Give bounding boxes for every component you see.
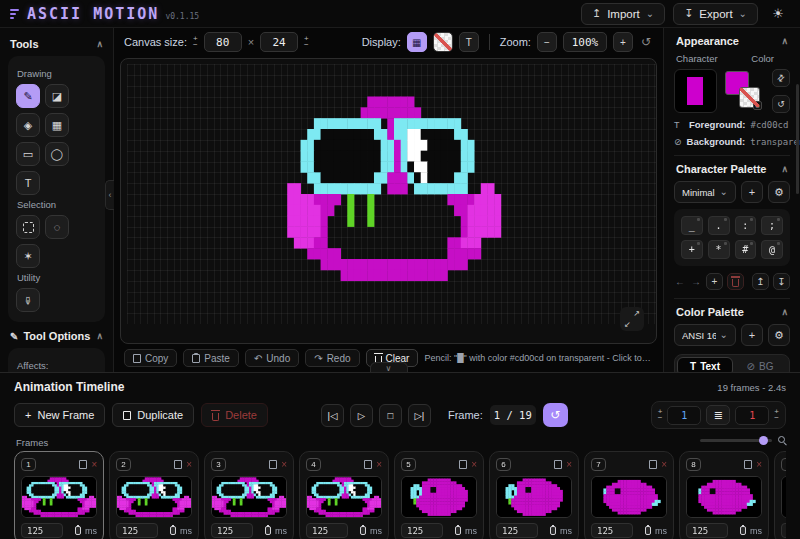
fill-bucket-tool[interactable]: ◈: [16, 113, 40, 137]
palette-next-button[interactable]: →: [690, 276, 702, 287]
frame-card-4[interactable]: 4×125ms: [299, 451, 389, 539]
onion-prev-stepper[interactable]: +−: [658, 409, 663, 421]
frame-duration-input[interactable]: 125: [116, 523, 158, 538]
add-character-button[interactable]: +: [706, 273, 723, 290]
rectangle-tool[interactable]: ▭: [16, 142, 40, 166]
export-button[interactable]: ↧ Export ⌄: [673, 3, 758, 25]
frame-thumbnail[interactable]: [306, 476, 382, 518]
frame-thumbnail[interactable]: [401, 476, 477, 518]
slider-track[interactable]: [700, 439, 772, 442]
canvas-width-input[interactable]: 80: [204, 32, 242, 52]
frame-thumbnail[interactable]: [496, 476, 572, 518]
delete-frame-icon[interactable]: ×: [281, 460, 287, 470]
delete-frame-icon[interactable]: ×: [566, 460, 572, 470]
duplicate-frame-icon[interactable]: [364, 457, 372, 472]
duplicate-frame-icon[interactable]: [459, 457, 467, 472]
redo-button[interactable]: ↷ Redo: [305, 349, 359, 367]
paste-button[interactable]: Paste: [183, 349, 239, 367]
frame-duration-input[interactable]: 125: [211, 523, 253, 538]
tool-options-header[interactable]: ✎ Tool Options ∧: [10, 330, 103, 342]
import-button[interactable]: ↥ Import ⌄: [581, 3, 665, 25]
frame-thumbnail[interactable]: [21, 476, 97, 518]
onion-prev-input[interactable]: 1: [667, 406, 701, 425]
frame-thumbnail[interactable]: [686, 476, 762, 518]
frame-card-7[interactable]: 7×125ms: [584, 451, 674, 539]
new-frame-button[interactable]: + New Frame: [14, 403, 105, 427]
tools-header[interactable]: Tools ∧: [10, 38, 103, 50]
theme-toggle-button[interactable]: ☀: [766, 2, 790, 26]
character-palette-header[interactable]: Character Palette ∧: [676, 163, 788, 175]
toggle-transparency-button[interactable]: [433, 32, 453, 52]
add-color-palette-button[interactable]: +: [741, 324, 763, 346]
character-palette-settings-button[interactable]: ⚙: [768, 181, 790, 203]
color-palette-settings-button[interactable]: ⚙: [768, 324, 790, 346]
stepper-down-icon[interactable]: −: [193, 42, 198, 48]
char-key[interactable]: .: [708, 216, 730, 235]
zoom-out-button[interactable]: −: [537, 32, 557, 52]
sidebar-scrollbar[interactable]: [796, 84, 799, 194]
char-key[interactable]: :: [735, 216, 757, 235]
character-preview[interactable]: [674, 69, 717, 113]
frame-thumbnail[interactable]: [116, 476, 192, 518]
palette-prev-button[interactable]: ←: [674, 276, 686, 287]
height-stepper[interactable]: + −: [304, 36, 309, 48]
delete-frame-icon[interactable]: ×: [91, 460, 97, 470]
ellipse-tool[interactable]: ◯: [45, 142, 69, 166]
lasso-tool[interactable]: ◌: [45, 215, 69, 239]
frame-card-1[interactable]: 1×125ms: [14, 451, 104, 539]
width-stepper[interactable]: + −: [193, 36, 198, 48]
play-button[interactable]: ▷: [350, 404, 373, 427]
stepper-down-icon[interactable]: −: [304, 42, 309, 48]
undo-button[interactable]: ↶ Undo: [245, 349, 299, 367]
swap-colors-button[interactable]: ⇄: [772, 69, 790, 87]
frame-card-3[interactable]: 3×125ms: [204, 451, 294, 539]
char-key[interactable]: @: [761, 240, 783, 259]
add-character-palette-button[interactable]: +: [741, 181, 763, 203]
skip-to-end-button[interactable]: ▷|: [408, 404, 431, 427]
stop-button[interactable]: □: [379, 404, 402, 427]
frame-card-2[interactable]: 2×125ms: [109, 451, 199, 539]
delete-frame-icon[interactable]: ×: [661, 460, 667, 470]
color-preset-dropdown[interactable]: ANSI 16-Colo ⌄: [674, 324, 736, 346]
frame-card-5[interactable]: 5×125ms: [394, 451, 484, 539]
sidebar-collapse-handle[interactable]: ‹: [105, 180, 114, 210]
duplicate-frame-icon[interactable]: [649, 457, 657, 472]
zoom-in-button[interactable]: +: [613, 32, 633, 52]
eraser-tool[interactable]: ◪: [45, 84, 69, 108]
frame-card-9[interactable]: 9×125ms: [774, 451, 786, 539]
frame-thumbnail[interactable]: [211, 476, 287, 518]
canvas-height-input[interactable]: 24: [260, 32, 298, 52]
drawing-canvas[interactable]: [127, 64, 657, 324]
duplicate-frame-icon[interactable]: [554, 457, 562, 472]
fullscreen-canvas-button[interactable]: ↗↙: [620, 307, 644, 331]
import-palette-button[interactable]: ↧: [773, 273, 790, 290]
frame-duration-input[interactable]: 125: [591, 523, 633, 538]
skip-to-start-button[interactable]: |◁: [321, 404, 344, 427]
slider-handle[interactable]: [759, 436, 768, 445]
delete-frame-button[interactable]: Delete: [201, 403, 268, 427]
select-rect-tool[interactable]: [16, 215, 40, 239]
char-key[interactable]: #: [735, 240, 757, 259]
export-palette-button[interactable]: ↥: [752, 273, 769, 290]
magic-wand-tool[interactable]: ✶: [16, 244, 40, 268]
frame-thumbnail[interactable]: [591, 476, 667, 518]
appearance-header[interactable]: Appearance ∧: [676, 35, 788, 47]
frame-thumbnail[interactable]: [781, 476, 786, 518]
copy-button[interactable]: Copy: [124, 349, 177, 367]
frame-duration-input[interactable]: 125: [496, 523, 538, 538]
char-key[interactable]: ;: [761, 216, 783, 235]
frame-duration-input[interactable]: 125: [781, 523, 786, 538]
text-tool-tool[interactable]: T: [16, 171, 40, 195]
color-palette-header[interactable]: Color Palette ∧: [676, 306, 788, 318]
char-key[interactable]: *: [708, 240, 730, 259]
duplicate-frame-icon[interactable]: [744, 457, 752, 472]
frame-card-6[interactable]: 6×125ms: [489, 451, 579, 539]
delete-frame-icon[interactable]: ×: [471, 460, 477, 470]
zoom-reset-button[interactable]: ↺: [639, 35, 653, 49]
char-key[interactable]: +: [681, 240, 703, 259]
reset-colors-button[interactable]: ↺: [772, 95, 790, 113]
loop-toggle-button[interactable]: ↺: [543, 403, 568, 427]
eyedropper-tool[interactable]: ✑: [16, 288, 40, 312]
duplicate-frame-icon[interactable]: [79, 457, 87, 472]
onion-skin-button[interactable]: ≣: [706, 405, 730, 425]
